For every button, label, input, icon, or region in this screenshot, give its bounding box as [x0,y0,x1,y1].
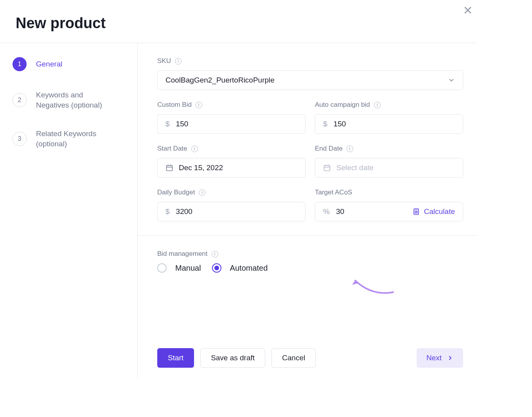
form-content: SKU i CoolBagGen2_PuertoRicoPurple Custo… [138,43,477,379]
currency-prefix: $ [165,120,170,128]
start-button[interactable]: Start [157,348,194,368]
bid-manual-label: Manual [175,264,201,273]
info-icon[interactable]: i [212,251,218,257]
start-date-value: Dec 15, 2022 [179,164,297,172]
percent-prefix: % [323,207,330,216]
target-acos-input[interactable]: % 30 Calculate [315,202,463,221]
auto-bid-value: 150 [334,120,455,128]
info-icon[interactable]: i [191,146,198,152]
info-icon[interactable]: i [199,189,205,196]
step-keywords-negatives[interactable]: 2 Keywords and Negatives (optional) [13,90,131,110]
bid-automated-radio[interactable] [212,263,221,273]
svg-point-16 [416,213,416,213]
modal-header: New product [0,0,477,43]
svg-point-15 [415,213,415,213]
chevron-right-icon [447,355,453,361]
svg-point-13 [416,212,416,212]
start-date-label: Start Date i [157,145,306,153]
step-label: Keywords and Negatives (optional) [36,90,114,110]
end-date-placeholder: Select date [336,164,455,172]
target-acos-label: Target ACoS [315,189,463,196]
end-date-input[interactable]: Select date [315,158,463,178]
daily-budget-value: 3200 [176,207,297,216]
end-date-label: End Date i [315,145,463,153]
close-icon [463,5,473,15]
cancel-button[interactable]: Cancel [271,348,316,368]
info-icon[interactable]: i [347,146,353,152]
sku-label: SKU i [157,57,463,65]
steps-sidebar: 1 General 2 Keywords and Negatives (opti… [0,43,138,379]
currency-prefix: $ [323,120,327,128]
sku-value: CoolBagGen2_PuertoRicoPurple [165,76,275,84]
calendar-icon [165,164,173,172]
target-acos-value: 30 [336,207,412,216]
currency-prefix: $ [165,207,170,216]
info-icon[interactable]: i [374,102,381,108]
info-icon[interactable]: i [175,58,182,65]
step-general[interactable]: 1 General [13,57,131,71]
info-icon[interactable]: i [196,102,202,108]
daily-budget-label: Daily Budget i [157,189,306,196]
svg-rect-2 [167,165,173,171]
calculator-icon [412,208,420,216]
new-product-modal: New product 1 General 2 Keywords and Neg… [0,0,477,379]
save-draft-button[interactable]: Save as draft [200,348,265,368]
custom-bid-input[interactable]: $ 150 [157,114,306,134]
chevron-down-icon [448,77,455,84]
step-number: 3 [13,132,27,146]
next-button[interactable]: Next [417,348,463,368]
sku-select[interactable]: CoolBagGen2_PuertoRicoPurple [157,70,463,90]
close-button[interactable] [463,5,473,15]
custom-bid-label: Custom Bid i [157,101,306,109]
svg-rect-6 [324,165,330,171]
svg-point-14 [417,212,417,212]
bid-automated-label: Automated [230,264,268,273]
footer-actions: Start Save as draft Cancel Next [157,340,463,379]
step-label: General [36,59,63,69]
svg-point-12 [415,212,415,212]
auto-bid-input[interactable]: $ 150 [315,114,463,134]
step-number: 2 [13,93,27,107]
calendar-icon [323,164,331,172]
auto-bid-label: Auto campaign bid i [315,101,463,109]
step-number: 1 [13,57,27,71]
custom-bid-value: 150 [176,120,297,128]
step-related-keywords[interactable]: 3 Related Keywords (optional) [13,129,131,149]
svg-point-17 [417,213,417,213]
daily-budget-input[interactable]: $ 3200 [157,202,306,221]
annotation-arrow [348,275,399,298]
bid-management-label: Bid management i [157,250,463,258]
calculate-link[interactable]: Calculate [412,207,455,216]
page-title: New product [16,15,462,32]
bid-manual-radio[interactable] [157,263,167,273]
start-date-input[interactable]: Dec 15, 2022 [157,158,306,178]
section-divider [138,235,477,236]
step-label: Related Keywords (optional) [36,129,114,149]
